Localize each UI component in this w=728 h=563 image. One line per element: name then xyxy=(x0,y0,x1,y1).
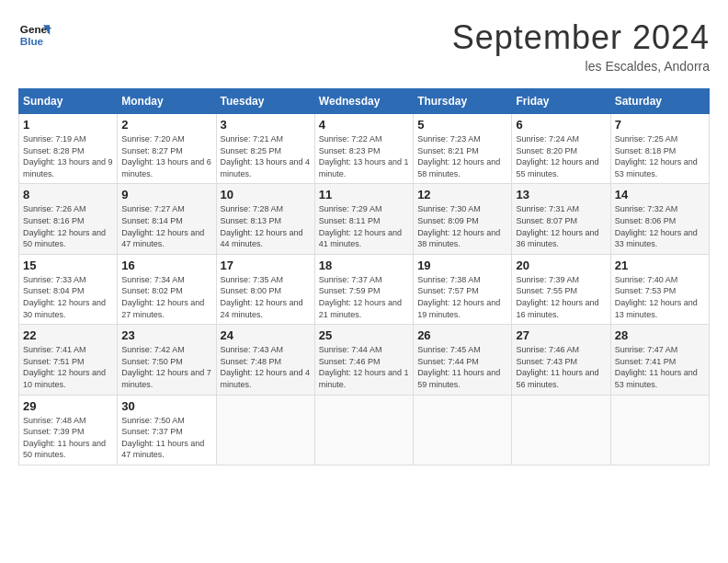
day-detail: Sunrise: 7:34 AMSunset: 8:02 PMDaylight:… xyxy=(121,274,211,320)
table-row: 20Sunrise: 7:39 AMSunset: 7:55 PMDayligh… xyxy=(512,254,610,324)
day-detail: Sunrise: 7:22 AMSunset: 8:23 PMDaylight:… xyxy=(319,133,409,179)
table-row: 23Sunrise: 7:42 AMSunset: 7:50 PMDayligh… xyxy=(118,325,216,395)
table-row: 4Sunrise: 7:22 AMSunset: 8:23 PMDaylight… xyxy=(314,114,413,184)
table-row: 28Sunrise: 7:47 AMSunset: 7:41 PMDayligh… xyxy=(610,325,709,395)
day-detail: Sunrise: 7:50 AMSunset: 7:37 PMDaylight:… xyxy=(121,415,211,461)
day-detail: Sunrise: 7:20 AMSunset: 8:27 PMDaylight:… xyxy=(121,133,211,179)
day-detail: Sunrise: 7:21 AMSunset: 8:25 PMDaylight:… xyxy=(221,133,311,179)
logo-icon: General Blue xyxy=(18,18,51,52)
day-detail: Sunrise: 7:32 AMSunset: 8:06 PMDaylight:… xyxy=(615,203,705,249)
table-row: 24Sunrise: 7:43 AMSunset: 7:48 PMDayligh… xyxy=(216,325,314,395)
calendar-header-row: Sunday Monday Tuesday Wednesday Thursday… xyxy=(19,89,710,114)
day-detail: Sunrise: 7:28 AMSunset: 8:13 PMDaylight:… xyxy=(221,203,311,249)
day-detail: Sunrise: 7:38 AMSunset: 7:57 PMDaylight:… xyxy=(417,274,507,320)
title-block: September 2024 les Escaldes, Andorra xyxy=(452,18,710,74)
col-thursday: Thursday xyxy=(414,89,512,114)
logo: General Blue General Blue xyxy=(18,18,51,52)
location-subtitle: les Escaldes, Andorra xyxy=(452,59,710,74)
table-row: 16Sunrise: 7:34 AMSunset: 8:02 PMDayligh… xyxy=(118,254,216,324)
col-tuesday: Tuesday xyxy=(216,89,314,114)
day-number: 23 xyxy=(121,328,211,342)
day-number: 22 xyxy=(23,328,113,342)
day-number: 17 xyxy=(221,259,311,272)
day-number: 19 xyxy=(417,259,507,272)
day-number: 24 xyxy=(221,328,311,342)
col-sunday: Sunday xyxy=(19,89,118,114)
day-number: 4 xyxy=(319,118,409,132)
table-row xyxy=(414,395,512,465)
day-detail: Sunrise: 7:41 AMSunset: 7:51 PMDaylight:… xyxy=(23,344,113,390)
day-number: 18 xyxy=(319,259,409,272)
day-number: 29 xyxy=(23,399,113,413)
table-row: 8Sunrise: 7:26 AMSunset: 8:16 PMDaylight… xyxy=(19,184,118,254)
table-row: 1Sunrise: 7:19 AMSunset: 8:28 PMDaylight… xyxy=(19,114,118,184)
day-number: 20 xyxy=(516,259,606,272)
col-saturday: Saturday xyxy=(610,89,709,114)
table-row xyxy=(216,395,314,465)
day-number: 8 xyxy=(23,188,113,201)
table-row: 17Sunrise: 7:35 AMSunset: 8:00 PMDayligh… xyxy=(216,254,314,324)
day-number: 1 xyxy=(23,118,113,132)
col-monday: Monday xyxy=(118,89,216,114)
day-detail: Sunrise: 7:33 AMSunset: 8:04 PMDaylight:… xyxy=(23,274,113,320)
svg-text:Blue: Blue xyxy=(20,35,44,47)
day-number: 21 xyxy=(615,259,705,272)
day-number: 27 xyxy=(516,328,606,342)
day-detail: Sunrise: 7:40 AMSunset: 7:53 PMDaylight:… xyxy=(615,274,705,320)
col-wednesday: Wednesday xyxy=(314,89,413,114)
calendar-table: Sunday Monday Tuesday Wednesday Thursday… xyxy=(18,88,710,465)
day-number: 6 xyxy=(516,118,606,132)
day-detail: Sunrise: 7:48 AMSunset: 7:39 PMDaylight:… xyxy=(23,415,113,461)
day-detail: Sunrise: 7:46 AMSunset: 7:43 PMDaylight:… xyxy=(516,344,606,390)
table-row: 10Sunrise: 7:28 AMSunset: 8:13 PMDayligh… xyxy=(216,184,314,254)
table-row: 15Sunrise: 7:33 AMSunset: 8:04 PMDayligh… xyxy=(19,254,118,324)
day-number: 14 xyxy=(615,188,705,201)
calendar-week-row: 29Sunrise: 7:48 AMSunset: 7:39 PMDayligh… xyxy=(19,395,710,465)
day-detail: Sunrise: 7:45 AMSunset: 7:44 PMDaylight:… xyxy=(417,344,507,390)
day-number: 15 xyxy=(23,259,113,272)
day-detail: Sunrise: 7:19 AMSunset: 8:28 PMDaylight:… xyxy=(23,133,113,179)
day-number: 2 xyxy=(121,118,211,132)
day-number: 26 xyxy=(417,328,507,342)
col-friday: Friday xyxy=(512,89,610,114)
day-number: 16 xyxy=(121,259,211,272)
day-detail: Sunrise: 7:39 AMSunset: 7:55 PMDaylight:… xyxy=(516,274,606,320)
day-detail: Sunrise: 7:31 AMSunset: 8:07 PMDaylight:… xyxy=(516,203,606,249)
table-row: 6Sunrise: 7:24 AMSunset: 8:20 PMDaylight… xyxy=(512,114,610,184)
day-number: 12 xyxy=(417,188,507,201)
day-detail: Sunrise: 7:27 AMSunset: 8:14 PMDaylight:… xyxy=(121,203,211,249)
day-number: 25 xyxy=(319,328,409,342)
day-number: 13 xyxy=(516,188,606,201)
day-number: 28 xyxy=(615,328,705,342)
calendar-week-row: 1Sunrise: 7:19 AMSunset: 8:28 PMDaylight… xyxy=(19,114,710,184)
day-detail: Sunrise: 7:42 AMSunset: 7:50 PMDaylight:… xyxy=(121,344,211,390)
day-number: 3 xyxy=(221,118,311,132)
page-header: General Blue General Blue September 2024… xyxy=(18,18,710,74)
table-row: 19Sunrise: 7:38 AMSunset: 7:57 PMDayligh… xyxy=(414,254,512,324)
day-detail: Sunrise: 7:37 AMSunset: 7:59 PMDaylight:… xyxy=(319,274,409,320)
table-row: 14Sunrise: 7:32 AMSunset: 8:06 PMDayligh… xyxy=(610,184,709,254)
table-row: 21Sunrise: 7:40 AMSunset: 7:53 PMDayligh… xyxy=(610,254,709,324)
table-row: 27Sunrise: 7:46 AMSunset: 7:43 PMDayligh… xyxy=(512,325,610,395)
calendar-week-row: 22Sunrise: 7:41 AMSunset: 7:51 PMDayligh… xyxy=(19,325,710,395)
table-row: 25Sunrise: 7:44 AMSunset: 7:46 PMDayligh… xyxy=(314,325,413,395)
month-title: September 2024 xyxy=(452,18,710,57)
day-number: 11 xyxy=(319,188,409,201)
day-number: 7 xyxy=(615,118,705,132)
day-number: 10 xyxy=(221,188,311,201)
day-detail: Sunrise: 7:43 AMSunset: 7:48 PMDaylight:… xyxy=(221,344,311,390)
table-row: 5Sunrise: 7:23 AMSunset: 8:21 PMDaylight… xyxy=(414,114,512,184)
table-row: 26Sunrise: 7:45 AMSunset: 7:44 PMDayligh… xyxy=(414,325,512,395)
day-detail: Sunrise: 7:35 AMSunset: 8:00 PMDaylight:… xyxy=(221,274,311,320)
table-row: 2Sunrise: 7:20 AMSunset: 8:27 PMDaylight… xyxy=(118,114,216,184)
table-row xyxy=(610,395,709,465)
calendar-week-row: 15Sunrise: 7:33 AMSunset: 8:04 PMDayligh… xyxy=(19,254,710,324)
table-row: 13Sunrise: 7:31 AMSunset: 8:07 PMDayligh… xyxy=(512,184,610,254)
table-row: 22Sunrise: 7:41 AMSunset: 7:51 PMDayligh… xyxy=(19,325,118,395)
day-detail: Sunrise: 7:24 AMSunset: 8:20 PMDaylight:… xyxy=(516,133,606,179)
table-row: 7Sunrise: 7:25 AMSunset: 8:18 PMDaylight… xyxy=(610,114,709,184)
table-row: 12Sunrise: 7:30 AMSunset: 8:09 PMDayligh… xyxy=(414,184,512,254)
day-detail: Sunrise: 7:26 AMSunset: 8:16 PMDaylight:… xyxy=(23,203,113,249)
day-number: 5 xyxy=(417,118,507,132)
calendar-week-row: 8Sunrise: 7:26 AMSunset: 8:16 PMDaylight… xyxy=(19,184,710,254)
